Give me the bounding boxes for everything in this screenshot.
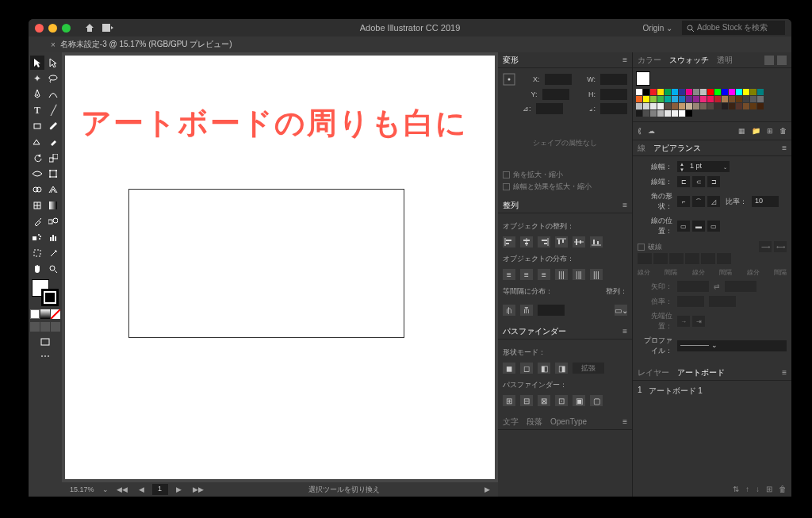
swatch-cell[interactable] [722, 103, 728, 109]
swatch-cell[interactable] [650, 110, 657, 117]
swatch-cell[interactable] [665, 103, 671, 109]
divide-button[interactable]: ⊞ [503, 395, 515, 406]
zoom-window-button[interactable] [62, 24, 71, 33]
swatch-cell[interactable] [714, 103, 721, 109]
swatch-view-list-icon[interactable] [764, 56, 774, 65]
swatch-cell[interactable] [686, 96, 692, 102]
scale-tool[interactable] [46, 151, 60, 165]
swatch-cell[interactable] [665, 110, 671, 117]
intersect-button[interactable]: ◧ [538, 363, 550, 374]
swatch-cell[interactable] [636, 103, 642, 109]
dist-vcenter-button[interactable]: ≡ [520, 269, 533, 280]
swatch-cell[interactable] [700, 89, 707, 95]
dash-align-button[interactable]: ⟷ [774, 241, 787, 252]
prev-artboard-button[interactable]: ◀◀ [113, 485, 131, 493]
align-bottom-button[interactable] [590, 236, 603, 247]
perspective-grid-tool[interactable] [46, 182, 60, 197]
crop-button[interactable]: ⊡ [555, 395, 568, 406]
artboard-tool[interactable] [30, 246, 44, 260]
dist-right-button[interactable]: ||| [590, 269, 603, 280]
selection-tool[interactable] [30, 56, 44, 70]
delete-artboard-icon[interactable]: 🗑 [779, 485, 787, 493]
panel-menu-icon[interactable]: ≡ [622, 327, 627, 336]
eyedropper-tool[interactable] [30, 214, 44, 228]
gradient-tool[interactable] [46, 198, 60, 213]
minus-back-button[interactable]: ▢ [590, 395, 603, 406]
stroke-weight-field[interactable]: ▲▼ 1 pt ⌄ [677, 161, 730, 172]
delete-swatch-icon[interactable]: 🗑 [779, 127, 787, 135]
swatch-cell[interactable] [672, 89, 678, 95]
swatch-cell[interactable] [707, 96, 714, 102]
swatch-cell[interactable] [729, 89, 735, 95]
swatch-cell[interactable] [679, 110, 685, 117]
arrow-start-field[interactable] [677, 281, 709, 292]
origin-dropdown[interactable]: Origin ⌄ [640, 23, 676, 33]
scale-corners-checkbox[interactable]: 角を拡大・縮小 [503, 169, 627, 181]
tab-artboards[interactable]: アートボード [677, 367, 725, 378]
swatch-view-grid-icon[interactable] [777, 56, 787, 65]
join-bevel-button[interactable]: ◿ [707, 196, 720, 207]
align-left-button[interactable] [503, 236, 515, 247]
swatch-cell[interactable] [693, 89, 699, 95]
swatch-cell[interactable] [643, 89, 649, 95]
free-transform-tool[interactable] [46, 167, 60, 181]
workspace-menu-icon[interactable] [102, 24, 113, 32]
artboard-row[interactable]: 1 アートボード 1 [638, 384, 787, 398]
swatch-cell[interactable] [757, 89, 764, 95]
line-tool[interactable]: ╱ [46, 103, 60, 117]
swatch-cell[interactable] [650, 103, 657, 109]
swatch-cell[interactable] [714, 96, 721, 102]
libraries-icon[interactable]: ⟪ [638, 127, 642, 135]
tip-extend-button[interactable]: → [677, 316, 690, 327]
h-field[interactable] [600, 89, 627, 100]
shape-builder-tool[interactable] [30, 182, 44, 197]
swatch-cell[interactable] [657, 103, 664, 109]
merge-button[interactable]: ⊠ [538, 395, 550, 406]
new-group-icon[interactable]: 📁 [752, 127, 760, 135]
swatch-cell[interactable] [743, 96, 749, 102]
scale-strokes-checkbox[interactable]: 線幅と効果を拡大・縮小 [503, 181, 627, 193]
zoom-tool[interactable] [46, 262, 60, 276]
dash1-field[interactable] [638, 253, 652, 264]
y-field[interactable] [542, 89, 569, 100]
expand-button[interactable]: 拡張 [573, 363, 604, 374]
swatch-cell[interactable] [757, 96, 764, 102]
symbol-sprayer-tool[interactable] [30, 230, 44, 244]
prev-button[interactable]: ◀ [136, 485, 147, 493]
move-down-icon[interactable]: ↓ [756, 485, 760, 493]
swatch-cell[interactable] [736, 103, 742, 109]
zoom-level-dropdown[interactable]: 15.17% [67, 485, 98, 493]
join-round-button[interactable]: ⌒ [692, 196, 705, 207]
swatch-cell[interactable] [693, 103, 699, 109]
swatch-cell[interactable] [700, 103, 707, 109]
tab-pathfinder[interactable]: パスファインダー [503, 326, 566, 337]
swatch-cell[interactable] [743, 89, 749, 95]
panel-menu-icon[interactable]: ≡ [622, 56, 627, 64]
slice-tool[interactable] [46, 246, 60, 260]
swatch-cell[interactable] [672, 103, 678, 109]
arrow-end-field[interactable] [725, 281, 756, 292]
rearrange-icon[interactable]: ⇅ [733, 485, 739, 493]
document-canvas[interactable]: アートボードの周りも白に [65, 56, 495, 479]
swatch-cell[interactable] [686, 110, 692, 117]
angle-field[interactable] [536, 103, 563, 114]
next-button[interactable]: ▶ [173, 485, 185, 493]
screen-mode-button[interactable] [38, 335, 52, 349]
current-fill-swatch[interactable] [636, 71, 650, 86]
tab-paragraph[interactable]: 段落 [527, 416, 542, 428]
outline-button[interactable]: ▣ [573, 395, 585, 406]
shaper-tool[interactable] [30, 135, 44, 149]
pen-tool[interactable] [30, 87, 44, 102]
align-top-button[interactable] [555, 236, 568, 247]
arrow-scale-end-field[interactable] [709, 296, 736, 307]
stock-search-input[interactable]: Adobe Stock を検索 [682, 21, 785, 35]
swatch-cell[interactable] [707, 103, 714, 109]
shear-field[interactable] [600, 103, 627, 114]
swatch-cell[interactable] [672, 96, 678, 102]
paintbrush-tool[interactable] [46, 119, 60, 133]
swatch-cell[interactable] [643, 103, 649, 109]
w-field[interactable] [600, 74, 627, 85]
profile-dropdown[interactable]: ———— ⌄ [677, 340, 787, 351]
swatch-cell[interactable] [707, 89, 714, 95]
gap1-field[interactable] [653, 253, 668, 264]
